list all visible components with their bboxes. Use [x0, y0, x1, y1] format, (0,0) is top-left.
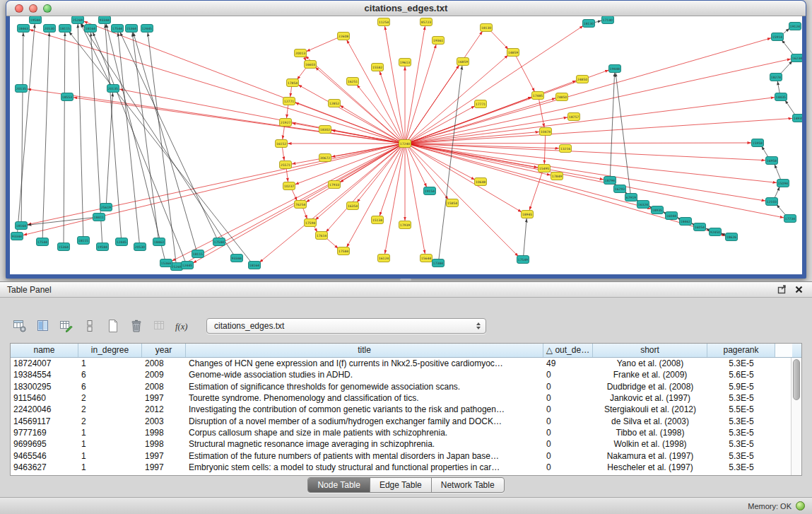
- graph-node[interactable]: 30672: [319, 154, 331, 162]
- graph-node[interactable]: 76254: [295, 201, 307, 209]
- graph-edge[interactable]: [410, 38, 772, 143]
- graph-edge[interactable]: [410, 143, 751, 144]
- graph-node[interactable]: 15134: [372, 216, 384, 224]
- cell-name[interactable]: 9465546: [11, 451, 78, 461]
- graph-edge[interactable]: [516, 55, 535, 92]
- graph-node[interactable]: 10474: [540, 128, 552, 136]
- graph-node[interactable]: 93344: [99, 16, 111, 24]
- cell-pagerank[interactable]: 5.3E-5: [707, 462, 775, 472]
- graph-node[interactable]: 17594: [305, 219, 317, 227]
- cell-name[interactable]: 9115460: [11, 393, 78, 403]
- cell-out_de[interactable]: 0: [543, 404, 593, 414]
- cell-in_degree[interactable]: 6: [78, 382, 142, 392]
- graph-edge[interactable]: [410, 144, 784, 218]
- cell-in_degree[interactable]: 1: [78, 439, 142, 449]
- table-scrollbar-thumb[interactable]: [793, 359, 800, 400]
- graph-edge[interactable]: [775, 164, 781, 180]
- graph-node[interactable]: 19613: [399, 59, 411, 66]
- cell-out_de[interactable]: 49: [543, 358, 593, 368]
- cell-year[interactable]: 2012: [142, 404, 186, 414]
- column-header-pagerank[interactable]: pagerank: [707, 344, 775, 357]
- graph-edge[interactable]: [18, 24, 35, 233]
- cell-out_de[interactable]: 0: [543, 416, 593, 426]
- graph-node[interactable]: 18411: [93, 214, 105, 221]
- graph-edge[interactable]: [306, 37, 339, 52]
- graph-node[interactable]: 15364: [126, 25, 138, 33]
- graph-edge[interactable]: [21, 33, 23, 222]
- graph-edge[interactable]: [30, 30, 401, 143]
- graph-node[interactable]: 18302: [319, 126, 331, 134]
- cell-title[interactable]: Disruption of a novel member of a sodium…: [186, 416, 543, 426]
- table-row[interactable]: 2242004622012Investigating the contribut…: [11, 404, 791, 415]
- graph-node[interactable]: 22608: [338, 33, 350, 40]
- graph-node[interactable]: 19584: [97, 243, 109, 251]
- graph-node[interactable]: 18935: [652, 206, 664, 214]
- graph-node[interactable]: 15495: [539, 165, 551, 173]
- cell-in_degree[interactable]: 6: [78, 370, 142, 380]
- graph-node[interactable]: 14935: [793, 115, 803, 122]
- graph-node[interactable]: 17849: [551, 173, 563, 180]
- graph-node[interactable]: 20530: [44, 25, 56, 33]
- cell-in_degree[interactable]: 1: [78, 451, 142, 461]
- graph-node[interactable]: 18115: [59, 25, 71, 33]
- cell-out_de[interactable]: 0: [543, 382, 593, 392]
- graph-node[interactable]: 17544: [213, 238, 225, 246]
- graph-node[interactable]: 15958: [752, 139, 764, 147]
- cell-title[interactable]: Embryonic stem cells: a model to study s…: [186, 462, 543, 472]
- graph-node[interactable]: 18115: [192, 250, 204, 258]
- graph-node[interactable]: 16603: [305, 61, 317, 69]
- graph-edge[interactable]: [106, 93, 112, 204]
- graph-node[interactable]: 17933: [329, 181, 341, 189]
- table-scrollbar[interactable]: [791, 358, 801, 475]
- table-row[interactable]: 1830029562008Estimation of significance …: [11, 381, 791, 392]
- graph-node[interactable]: 12445: [182, 262, 194, 269]
- graph-node[interactable]: 17614: [316, 232, 328, 240]
- graph-node[interactable]: 16324: [637, 201, 649, 209]
- cell-pagerank[interactable]: 5.6E-5: [707, 370, 775, 380]
- cell-title[interactable]: Corpus callosum shape and size in male p…: [186, 428, 543, 438]
- graph-edge[interactable]: [287, 105, 288, 118]
- graph-node[interactable]: 12771: [283, 98, 295, 105]
- cell-name[interactable]: 14569117: [11, 416, 78, 426]
- graph-node[interactable]: 16044: [666, 212, 678, 220]
- tab-node-table[interactable]: Node Table: [308, 478, 370, 492]
- graph-node[interactable]: 17485: [532, 92, 544, 100]
- graph-node[interactable]: 17771: [475, 100, 487, 108]
- cell-pagerank[interactable]: 5.5E-5: [707, 404, 775, 414]
- cell-name[interactable]: 9699695: [11, 439, 78, 449]
- cell-in_degree[interactable]: 2: [78, 404, 142, 414]
- graph-node[interactable]: 16958: [766, 157, 778, 165]
- table-row[interactable]: 911546021997Tourette syndrome. Phenomeno…: [11, 392, 791, 404]
- graph-node[interactable]: 85723: [420, 18, 433, 26]
- cell-title[interactable]: Changes of HCN gene expression and I(f) …: [186, 358, 543, 368]
- cell-short[interactable]: Franke et al. (2009): [593, 370, 707, 380]
- graph-edge[interactable]: [302, 207, 307, 218]
- graph-node[interactable]: 16354: [347, 202, 359, 210]
- cell-title[interactable]: Estimation of the future numbers of pati…: [186, 451, 543, 461]
- minimize-window-button[interactable]: [29, 4, 37, 13]
- graph-node[interactable]: 25269: [171, 263, 183, 271]
- graph-edge[interactable]: [410, 59, 791, 143]
- cell-short[interactable]: Stergiakouli et al. (2012): [593, 404, 707, 414]
- graph-node[interactable]: 16152: [276, 140, 288, 148]
- graph-node[interactable]: 18164: [85, 25, 97, 33]
- cell-year[interactable]: 1997: [142, 462, 186, 472]
- graph-node[interactable]: 17240: [399, 140, 411, 148]
- graph-node[interactable]: 92450: [710, 228, 722, 236]
- graph-edge[interactable]: [408, 65, 459, 141]
- graph-node[interactable]: 25269: [72, 16, 84, 24]
- cell-title[interactable]: Investigating the contribution of common…: [186, 404, 543, 414]
- graph-edge[interactable]: [78, 24, 83, 237]
- graph-edge[interactable]: [282, 147, 284, 160]
- graph-node[interactable]: 15094: [777, 180, 789, 187]
- cell-title[interactable]: Genome-wide association studies in ADHD.: [186, 370, 543, 380]
- graph-node[interactable]: 14859: [507, 49, 519, 57]
- graph-node[interactable]: 17140: [602, 16, 614, 24]
- cell-name[interactable]: 22420046: [11, 404, 78, 414]
- cell-title[interactable]: Structural magnetic resonance image aver…: [186, 439, 543, 449]
- graph-edge[interactable]: [132, 33, 158, 238]
- graph-node[interactable]: 19584: [30, 16, 42, 24]
- graph-node[interactable]: 18164: [249, 262, 261, 269]
- graph-node[interactable]: 18130: [583, 20, 595, 28]
- graph-node[interactable]: 17854: [287, 79, 299, 87]
